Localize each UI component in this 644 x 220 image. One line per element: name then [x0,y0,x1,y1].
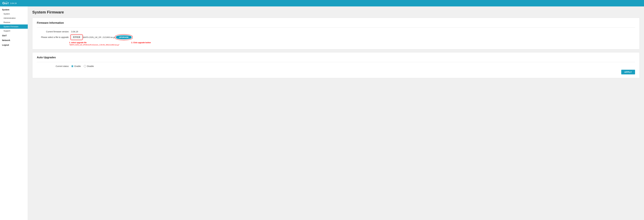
auto-upgrades-title: Auto Upgrades [37,56,635,59]
annotation-area: 1. select upgrade file "WAPS-232N_LW_OPD… [69,42,635,46]
sidebar-item-system[interactable]: System [0,12,28,16]
sidebar-item-support[interactable]: Support [0,29,28,33]
file-select-row: Please select a file to upgrade: 選擇檔案 WA… [37,35,635,39]
main-layout: System System Administration Restore Sys… [0,6,644,220]
radio-group: Enable Disable [71,65,94,67]
sidebar: System System Administration Restore Sys… [0,6,28,220]
sidebar-section-logout[interactable]: Logout [0,42,28,47]
header-version: 3.04.19 [10,2,16,4]
content-area: System Firmware Firmware Information Cur… [28,6,644,220]
logo: GIoT [2,1,9,5]
sidebar-section-network: Network [0,38,28,42]
auto-upgrades-divider [37,62,635,62]
enable-option[interactable]: Enable [71,65,81,67]
apply-button[interactable]: APPLY [621,70,635,74]
apply-row: APPLY [37,70,635,74]
current-version-value: 3.04.19 [71,30,78,33]
sidebar-section-system: System [0,6,28,12]
firmware-card-title: Firmware Information [37,21,635,24]
annotation-filename-text: "WAPS-232N_LW_OPDKGUIForGeneric_3.09.99_… [69,44,120,46]
annotation-step1-text: 1. select upgrade file [69,42,120,44]
sidebar-item-administration[interactable]: Administration [0,16,28,20]
sidebar-section-glot: GIoT [0,33,28,38]
disable-option[interactable]: Disable [84,65,94,67]
header: GIoT 3.04.19 [0,0,644,6]
current-status-label: Current status: [37,65,69,67]
page-title: System Firmware [32,10,640,14]
disable-radio[interactable] [84,65,86,67]
annotation-step2-text: 2. Click upgrade button [131,42,151,44]
enable-label: Enable [74,65,81,67]
annotation-step2-area: 2. Click upgrade button [131,42,151,44]
sidebar-item-system-firmware[interactable]: System Firmware [0,24,28,29]
annotation-step1-area: 1. select upgrade file "WAPS-232N_LW_OPD… [69,42,120,46]
select-file-label: Please select a file to upgrade: [37,36,69,38]
sidebar-item-restore[interactable]: Restore [0,20,28,24]
current-version-row: Current firmware version: 3.04.19 [37,30,635,33]
auto-upgrades-card: Auto Upgrades Current status: Enable Dis… [32,52,640,78]
file-name-display: WAPS-232N_LW_OP...2121863.tar.gz [83,36,115,38]
upgrade-button[interactable]: UPGRADE [116,35,132,39]
choose-file-button[interactable]: 選擇檔案 [71,35,82,39]
firmware-information-card: Firmware Information Current firmware ve… [32,18,640,49]
disable-label: Disable [87,65,94,67]
file-input-area: 選擇檔案 WAPS-232N_LW_OP...2121863.tar.gz UP… [71,35,132,39]
enable-radio[interactable] [71,65,74,67]
current-status-row: Current status: Enable Disable [37,65,635,67]
current-version-label: Current firmware version: [37,30,69,33]
